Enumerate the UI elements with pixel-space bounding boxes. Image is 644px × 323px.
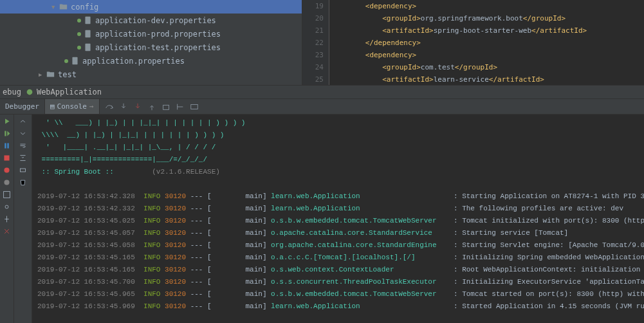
code-editor[interactable]: 19 20 21 22 23 24 25 <dependency> <group…: [302, 0, 644, 85]
svg-rect-2: [85, 44, 90, 51]
folder-icon: [59, 3, 68, 11]
run-to-cursor-icon[interactable]: [176, 102, 185, 111]
soft-wrap-icon[interactable]: [19, 142, 27, 150]
file-icon: [84, 16, 93, 24]
step-out-icon[interactable]: [147, 102, 156, 111]
leaf-icon: [77, 46, 81, 50]
svg-rect-7: [5, 143, 6, 148]
line-gutter: 19 20 21 22 23 24 25: [302, 0, 329, 85]
settings-icon[interactable]: [3, 203, 11, 211]
tree-label: application.properties: [82, 57, 185, 66]
step-over-icon[interactable]: [105, 102, 114, 111]
chevron-right-icon[interactable]: ▶: [39, 71, 45, 78]
svg-rect-8: [7, 143, 8, 148]
drop-frame-icon[interactable]: [161, 102, 170, 111]
tree-label: test: [58, 70, 77, 79]
pause-icon[interactable]: [3, 142, 11, 150]
up-icon[interactable]: [19, 117, 27, 125]
console-output[interactable]: ' \\ ___) | |_) | | |_|_| | | | | | | ) …: [32, 115, 644, 323]
svg-rect-9: [4, 155, 9, 160]
console-gutter: [14, 115, 32, 323]
rerun-icon[interactable]: [3, 117, 11, 125]
leaf-icon: [64, 59, 68, 63]
svg-point-4: [27, 89, 33, 95]
scroll-end-icon[interactable]: [19, 154, 27, 162]
tree-label: application-test.properties: [95, 43, 221, 52]
svg-rect-0: [85, 17, 90, 24]
console-icon: ▤: [50, 102, 55, 111]
evaluate-icon[interactable]: [190, 102, 199, 111]
force-step-into-icon[interactable]: [133, 102, 142, 111]
tab-console[interactable]: ▤ Console →: [45, 99, 100, 114]
leaf-icon: [77, 32, 81, 36]
file-icon: [84, 30, 93, 38]
step-into-icon[interactable]: [119, 102, 128, 111]
svg-rect-3: [72, 57, 77, 64]
step-toolbar: [105, 99, 199, 114]
run-gutter: [0, 115, 14, 323]
debug-toolbar: ebug WebApplication: [0, 85, 644, 99]
editor-body[interactable]: <dependency> <groupId>org.springframewor…: [329, 0, 644, 85]
tree-label: application-prod.properties: [95, 30, 221, 39]
debug-tabs: Debugger ▤ Console →: [0, 99, 644, 115]
print-icon[interactable]: [19, 166, 27, 174]
file-icon: [71, 57, 80, 65]
close-icon[interactable]: [3, 227, 11, 235]
run-config-label[interactable]: WebApplication: [37, 88, 102, 97]
svg-point-13: [5, 205, 8, 208]
bug-icon[interactable]: [25, 88, 34, 97]
clear-icon[interactable]: [19, 178, 27, 187]
tree-file[interactable]: application-dev.properties: [0, 14, 302, 27]
tab-debugger[interactable]: Debugger: [0, 99, 45, 114]
leaf-icon: [77, 19, 81, 23]
resume-icon[interactable]: [3, 129, 11, 138]
svg-rect-12: [4, 192, 10, 198]
debug-text: ebug: [3, 88, 21, 97]
view-breakpoints-icon[interactable]: [3, 166, 11, 174]
svg-point-11: [4, 180, 9, 185]
svg-rect-6: [190, 104, 198, 109]
svg-rect-14: [20, 169, 25, 172]
svg-rect-1: [85, 30, 90, 37]
tree-file[interactable]: application-test.properties: [0, 41, 302, 54]
project-tree: ▼ config application-dev.properties appl…: [0, 0, 302, 85]
tree-label: config: [71, 3, 98, 12]
layout-icon[interactable]: [3, 190, 11, 199]
pin-icon[interactable]: →: [89, 102, 94, 111]
pin-tab-icon[interactable]: [3, 215, 11, 223]
chevron-down-icon[interactable]: ▼: [51, 4, 58, 10]
tree-file[interactable]: application.properties: [0, 54, 302, 68]
folder-icon: [46, 70, 55, 78]
down-icon[interactable]: [19, 129, 27, 138]
svg-rect-5: [163, 105, 169, 109]
tree-folder-test[interactable]: ▶ test: [0, 68, 302, 81]
tree-file[interactable]: application-prod.properties: [0, 27, 302, 41]
file-icon: [84, 43, 93, 51]
tree-folder-config[interactable]: ▼ config: [0, 0, 302, 14]
stop-icon[interactable]: [3, 154, 11, 162]
svg-point-10: [4, 167, 9, 172]
mute-breakpoints-icon[interactable]: [3, 178, 11, 187]
tree-label: application-dev.properties: [95, 16, 216, 25]
